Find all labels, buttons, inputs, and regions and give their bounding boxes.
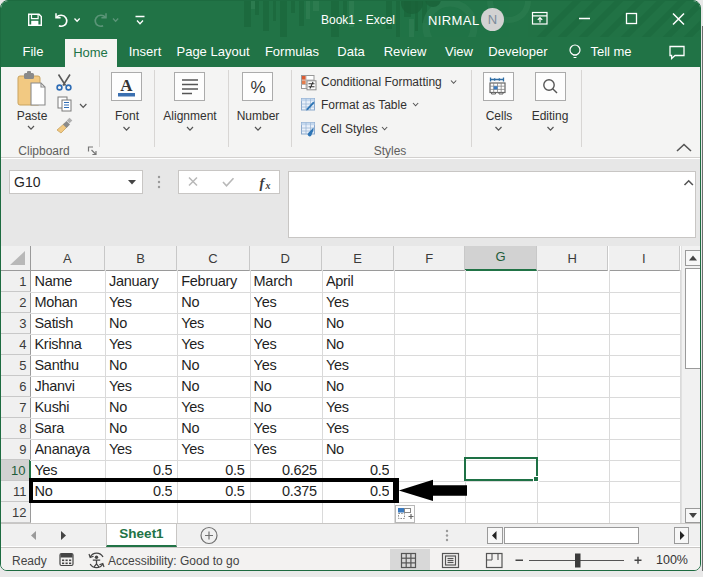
svg-text:x: x	[265, 180, 271, 191]
svg-text:A: A	[120, 76, 133, 95]
svg-text:100%: 100%	[656, 553, 688, 567]
svg-text:%: %	[250, 78, 265, 97]
